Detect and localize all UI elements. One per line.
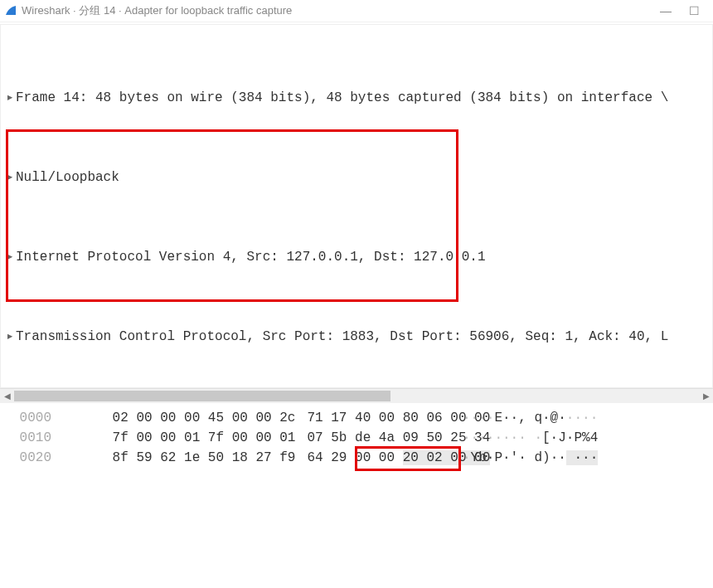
window-title: Wireshark · 分组 14 · Adapter for loopback… (22, 0, 652, 22)
hex-ascii: ····E··, q·@····· (463, 408, 598, 428)
scroll-right-button[interactable]: ▶ (699, 389, 713, 403)
tree-row-frame[interactable]: ▸ Frame 14: 48 bytes on wire (384 bits),… (1, 88, 712, 108)
tree-row-ip[interactable]: ▸ Internet Protocol Version 4, Src: 127.… (1, 247, 712, 267)
hex-ascii: ·Yb·P·'· d)·· ··· (463, 448, 598, 468)
tree-label: Null/Loopback (16, 168, 119, 187)
protocol-tree: ▸ Frame 14: 48 bytes on wire (384 bits),… (1, 25, 712, 388)
packet-details-pane: ▸ Frame 14: 48 bytes on wire (384 bits),… (0, 24, 713, 388)
hex-offset: 0000 (0, 408, 65, 428)
hex-bytes[interactable]: 8f 59 62 1e 50 18 27 f964 29 00 00 20 02… (65, 428, 463, 488)
hex-offset: 0010 (0, 428, 65, 448)
chevron-right-icon[interactable]: ▸ (4, 247, 16, 267)
chevron-right-icon[interactable]: ▸ (4, 88, 16, 108)
minimize-button[interactable]: — (652, 0, 680, 22)
hex-pane: 0000 02 00 00 00 45 00 00 2c71 17 40 00 … (0, 403, 713, 468)
wireshark-icon (5, 5, 17, 17)
tree-row-tcp[interactable]: ▸ Transmission Control Protocol, Src Por… (1, 327, 712, 347)
tree-label: Internet Protocol Version 4, Src: 127.0.… (16, 247, 486, 267)
titlebar: Wireshark · 分组 14 · Adapter for loopback… (0, 0, 713, 22)
hex-offset: 0020 (0, 448, 65, 468)
tree-label: Frame 14: 48 bytes on wire (384 bits), 4… (16, 88, 668, 108)
tree-row-null-loopback[interactable]: ▸ Null/Loopback (1, 168, 712, 187)
hex-row[interactable]: 0020 8f 59 62 1e 50 18 27 f964 29 00 00 … (0, 448, 713, 468)
maximize-button[interactable]: ☐ (680, 0, 708, 22)
hex-ascii: ········ ·[·J·P%4 (463, 428, 598, 448)
scroll-left-button[interactable]: ◀ (0, 389, 14, 403)
chevron-right-icon[interactable]: ▸ (4, 327, 16, 347)
hex-selected-ascii: ··· (566, 450, 598, 465)
tree-label: Transmission Control Protocol, Src Port:… (16, 327, 668, 347)
chevron-right-icon[interactable]: ▸ (4, 168, 16, 187)
